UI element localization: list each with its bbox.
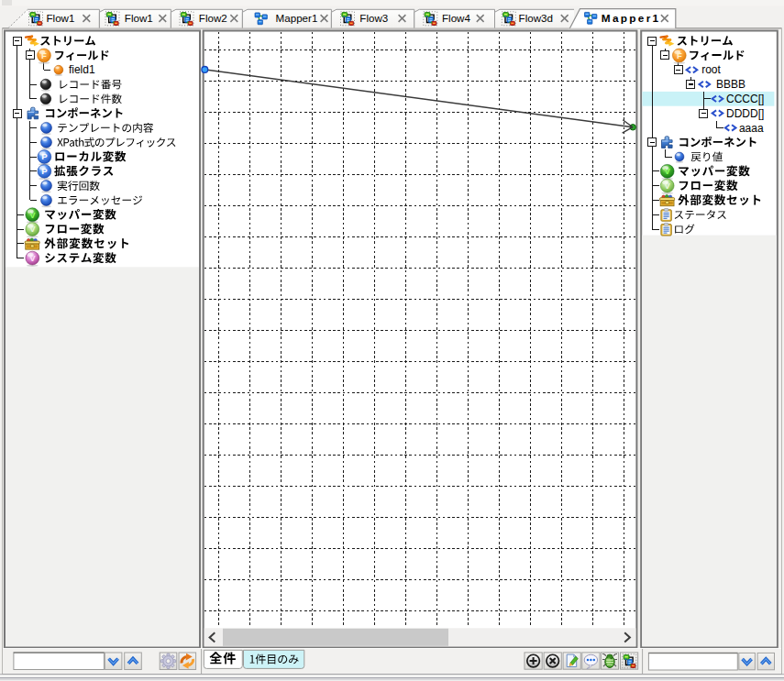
svg-text:DDDD[]: DDDD[] bbox=[726, 107, 764, 120]
svg-text:V: V bbox=[29, 224, 36, 234]
svg-text:V: V bbox=[29, 253, 36, 263]
svg-text:P: P bbox=[41, 151, 48, 161]
svg-text:Flow4: Flow4 bbox=[442, 12, 470, 24]
svg-text:field1: field1 bbox=[69, 63, 95, 76]
svg-text:V: V bbox=[665, 181, 671, 191]
svg-text:aaaa: aaaa bbox=[739, 122, 764, 135]
svg-text:Mapper1: Mapper1 bbox=[276, 12, 318, 24]
svg-text:Flow1: Flow1 bbox=[125, 12, 153, 24]
svg-text:Flow3d: Flow3d bbox=[519, 12, 553, 24]
svg-text:Flow1: Flow1 bbox=[47, 12, 75, 24]
svg-text:CCCC[]: CCCC[] bbox=[726, 93, 764, 105]
svg-text:root: root bbox=[701, 63, 721, 76]
svg-text:V: V bbox=[665, 166, 671, 176]
svg-text:BBBB: BBBB bbox=[716, 78, 745, 91]
svg-text:P: P bbox=[41, 166, 48, 176]
svg-text:V: V bbox=[29, 210, 36, 220]
svg-text:F: F bbox=[41, 50, 47, 60]
svg-text:Flow2: Flow2 bbox=[199, 12, 227, 24]
svg-text:Mapper1: Mapper1 bbox=[602, 12, 661, 25]
svg-text:Flow3: Flow3 bbox=[359, 12, 388, 24]
svg-text:F: F bbox=[677, 50, 682, 60]
